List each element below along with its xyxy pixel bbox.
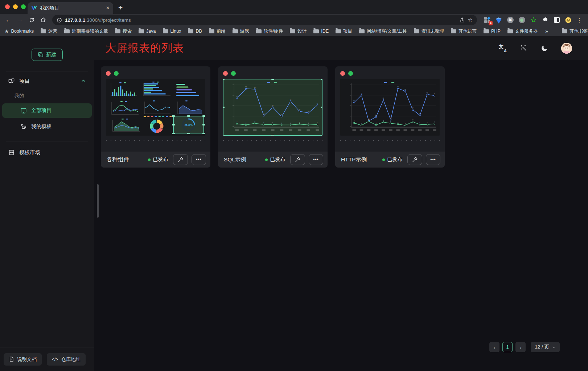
project-card[interactable]: 709493274825633834537485544645 SQL示例 已发布… xyxy=(218,66,328,168)
selection-handle[interactable] xyxy=(202,133,205,134)
bookmark-folder[interactable]: 网站/博客/文章/工具 xyxy=(359,28,407,34)
selection-handle[interactable] xyxy=(172,133,175,134)
monitor-icon xyxy=(20,107,27,114)
selection-handle[interactable] xyxy=(187,133,190,134)
extension-badge: 9 xyxy=(489,21,493,25)
dark-mode-button[interactable] xyxy=(540,44,549,53)
selection-handle[interactable] xyxy=(172,115,175,117)
site-info-icon[interactable] xyxy=(57,17,62,23)
selection-handle[interactable] xyxy=(202,124,205,125)
prev-page-button[interactable]: ‹ xyxy=(489,342,499,352)
bookmarks-root[interactable]: ★ Bookmarks xyxy=(4,28,34,34)
more-actions-button[interactable]: ••• xyxy=(309,154,323,165)
other-bookmarks-button[interactable]: 其他书签 xyxy=(562,28,588,34)
selection-handle[interactable] xyxy=(271,79,274,80)
bookmark-folder[interactable]: 搜索 xyxy=(115,28,132,34)
project-card[interactable]: 607814246617958842288077931341186312557 … xyxy=(335,66,445,168)
darkreader-button[interactable] xyxy=(553,17,560,24)
sidebar-item-my-templates[interactable]: 我的模板 xyxy=(2,119,92,134)
selection-handle[interactable] xyxy=(202,115,205,117)
bookmark-folder[interactable]: Java xyxy=(139,28,156,34)
new-tab-button[interactable]: + xyxy=(118,3,123,12)
selection-handle[interactable] xyxy=(321,135,322,136)
edit-project-button[interactable] xyxy=(407,154,422,165)
bookmark-folder[interactable]: 运营 xyxy=(41,28,57,34)
close-window-button[interactable] xyxy=(5,4,10,9)
bookmark-folder[interactable]: 其他语言 xyxy=(451,28,477,34)
project-thumbnail[interactable]: 25.00% xyxy=(106,79,205,136)
scrollbar-thumb[interactable] xyxy=(97,184,99,218)
project-thumbnail[interactable]: 607814246617958842288077931341186312557 xyxy=(340,79,440,136)
selection-handle[interactable] xyxy=(223,79,225,80)
next-page-button[interactable]: › xyxy=(515,342,526,352)
bookmark-folder[interactable]: 游戏 xyxy=(233,28,249,34)
moon-icon xyxy=(541,45,548,52)
window-controls[interactable] xyxy=(5,4,26,9)
svg-text:8: 8 xyxy=(390,121,391,123)
selection-handle[interactable] xyxy=(187,115,190,117)
reload-button[interactable] xyxy=(27,15,36,25)
page-1-button[interactable]: 1 xyxy=(502,342,513,352)
bookmark-folder[interactable]: IDE xyxy=(313,28,329,34)
profile-button[interactable] xyxy=(565,17,572,24)
bookmark-folder[interactable]: 文件服务器 xyxy=(507,28,538,34)
forward-button[interactable]: → xyxy=(15,15,25,25)
share-button[interactable] xyxy=(460,17,465,23)
selection-handle[interactable] xyxy=(172,124,175,125)
bookmark-folder[interactable]: Linux xyxy=(163,28,181,34)
more-actions-button[interactable]: ••• xyxy=(426,154,440,165)
bookmark-folder[interactable]: 软件/硬件 xyxy=(256,28,283,34)
sidebar: 新建 项目 我的 全部项目 我的模板 xyxy=(0,36,94,371)
pagination: ‹ 1 › 12 / 页 xyxy=(489,342,560,352)
new-project-button[interactable]: 新建 xyxy=(32,49,63,61)
folder-icon xyxy=(115,29,120,33)
extensions-puzzle-button[interactable] xyxy=(542,17,548,24)
address-bar[interactable]: 127.0.0.1:3000/#/project/items ☆ xyxy=(52,15,477,25)
sidebar-item-all-projects[interactable]: 全部项目 xyxy=(2,103,92,118)
docs-button[interactable]: 说明文档 xyxy=(4,353,42,366)
language-button[interactable]: 文A xyxy=(499,44,507,52)
back-button[interactable]: ← xyxy=(4,15,13,25)
browser-tab[interactable]: 我的项目 ✕ xyxy=(28,2,113,14)
selection-handle[interactable] xyxy=(321,79,322,80)
ellipsis-icon: ••• xyxy=(313,157,319,162)
edit-project-button[interactable] xyxy=(173,154,188,165)
selection-handle[interactable] xyxy=(223,107,225,108)
bookmark-folder[interactable]: 资讯未整理 xyxy=(414,28,444,34)
more-actions-button[interactable]: ••• xyxy=(192,154,206,165)
selection-handle[interactable] xyxy=(321,107,322,108)
project-card[interactable]: 25.00% 各种组件 已发布 ••• xyxy=(101,66,210,168)
chrome-menu-button[interactable]: ⋮ xyxy=(576,17,582,24)
folder-icon xyxy=(290,29,295,33)
bookmarks-overflow-button[interactable]: » xyxy=(545,28,548,34)
minimize-window-button[interactable] xyxy=(13,4,18,9)
edit-project-button[interactable] xyxy=(290,154,305,165)
user-avatar[interactable] xyxy=(561,43,572,54)
bookmark-folder[interactable]: 近期需要读的文章 xyxy=(64,28,108,34)
command-extension-button[interactable]: ⌘ xyxy=(507,17,514,24)
selection-handle[interactable] xyxy=(271,135,274,136)
bookmark-folder[interactable]: DB xyxy=(188,28,202,34)
zoom-window-button[interactable] xyxy=(21,4,26,9)
sidebar-item-template-market[interactable]: 模板市场 xyxy=(2,145,92,160)
close-tab-icon[interactable]: ✕ xyxy=(106,5,110,11)
home-button[interactable] xyxy=(38,15,48,25)
browser-toolbar: ← → 127.0.0.1:3000/#/project/items ☆ 9 ⌘ xyxy=(0,14,588,26)
gem-extension-button[interactable] xyxy=(495,17,502,24)
project-thumbnail[interactable]: 709493274825633834537485544645 xyxy=(223,79,322,136)
bookmark-folder[interactable]: 前端 xyxy=(209,28,226,34)
record-extension-button[interactable] xyxy=(518,17,525,24)
page-size-select[interactable]: 12 / 页 xyxy=(531,342,560,352)
theme-wand-button[interactable] xyxy=(519,44,528,53)
mini-progress-selected[interactable]: 25.00% xyxy=(173,116,204,133)
repo-button[interactable]: </> 仓库地址 xyxy=(47,353,86,366)
sidebar-section-project[interactable]: 项目 xyxy=(0,71,94,90)
extension-grid-button[interactable]: 9 xyxy=(484,17,490,24)
star-extension-button[interactable] xyxy=(530,17,537,24)
folder-icon xyxy=(64,29,70,33)
bookmark-star-button[interactable]: ☆ xyxy=(468,17,473,23)
selection-handle[interactable] xyxy=(223,135,225,136)
bookmark-folder[interactable]: PHP xyxy=(484,28,501,34)
bookmark-folder[interactable]: 设计 xyxy=(290,28,307,34)
bookmark-folder[interactable]: 项目 xyxy=(336,28,352,34)
